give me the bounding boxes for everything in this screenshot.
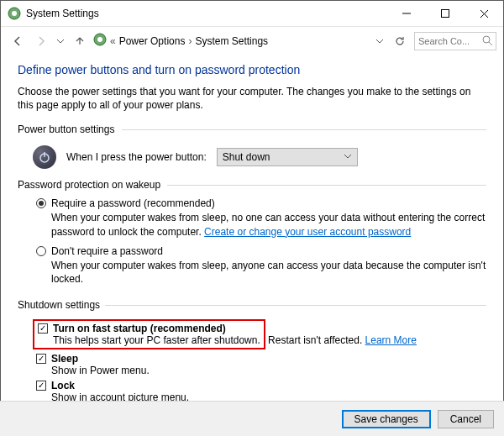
link-change-password[interactable]: Create or change your user account passw… — [204, 226, 411, 238]
check-fast-startup: Turn on fast startup (recommended) This … — [36, 319, 486, 349]
power-button-select[interactable]: Shut down — [217, 148, 358, 166]
breadcrumb[interactable]: « Power Options › System Settings — [93, 33, 369, 49]
titlebar: System Settings — [1, 1, 503, 26]
svg-point-1 — [12, 11, 17, 16]
breadcrumb-power-options[interactable]: Power Options — [119, 35, 186, 47]
power-button-row: When I press the power button: Shut down — [18, 142, 486, 179]
radio-desc-none: When your computer wakes from sleep, any… — [36, 259, 486, 286]
svg-point-8 — [483, 36, 490, 43]
close-button[interactable] — [465, 1, 503, 26]
page-heading: Define power buttons and turn on passwor… — [18, 63, 486, 76]
up-button[interactable] — [70, 31, 90, 51]
section-power-button: Power button settings — [18, 123, 486, 135]
chevron-down-icon — [344, 151, 352, 163]
section-password: Password protection on wakeup — [18, 179, 486, 191]
sleep-desc: Show in Power menu. — [36, 365, 486, 376]
cancel-button[interactable]: Cancel — [438, 410, 494, 428]
refresh-button[interactable] — [391, 32, 409, 50]
radio-desc-require: When your computer wakes from sleep, no … — [36, 211, 486, 238]
breadcrumb-root-icon — [93, 33, 107, 49]
maximize-button[interactable] — [426, 1, 465, 26]
footer: Save changes Cancel — [0, 401, 504, 436]
address-dropdown-button[interactable] — [372, 32, 387, 50]
radio-label-require: Require a password (recommended) — [51, 197, 215, 209]
search-wrap — [414, 32, 496, 50]
shutdown-settings-list: Turn on fast startup (recommended) This … — [18, 318, 486, 403]
fast-startup-desc-after: Restart isn't affected. — [265, 334, 365, 346]
save-button[interactable]: Save changes — [342, 410, 431, 428]
svg-line-9 — [489, 42, 492, 45]
search-icon — [482, 35, 493, 49]
radio-label-none: Don't require a password — [51, 245, 163, 257]
forward-button[interactable] — [31, 31, 51, 51]
radio-input-none[interactable] — [36, 246, 46, 256]
chevron-right-icon: › — [188, 35, 192, 47]
power-icon — [33, 145, 56, 169]
window-title: System Settings — [26, 8, 387, 19]
highlighted-setting: Turn on fast startup (recommended) This … — [33, 319, 265, 349]
check-lock: Lock Show in account picture menu. — [36, 380, 486, 403]
fast-startup-label: Turn on fast startup (recommended) — [53, 323, 226, 334]
recent-button[interactable] — [55, 31, 66, 51]
checkbox-fast-startup[interactable] — [38, 323, 48, 334]
chevron-left-icon: « — [110, 35, 116, 47]
page-intro: Choose the power settings that you want … — [18, 85, 486, 112]
svg-rect-3 — [442, 10, 449, 18]
password-radio-group: Require a password (recommended) When yo… — [18, 197, 486, 299]
section-shutdown: Shutdown settings — [18, 299, 486, 311]
link-learn-more[interactable]: Learn More — [365, 334, 417, 346]
nav-bar: « Power Options › System Settings — [1, 26, 503, 55]
lock-label: Lock — [51, 380, 75, 391]
radio-input-require[interactable] — [36, 198, 46, 208]
svg-point-7 — [97, 37, 102, 42]
power-options-app-icon — [8, 7, 21, 20]
sleep-label: Sleep — [51, 353, 78, 365]
checkbox-sleep[interactable] — [36, 354, 46, 364]
back-button[interactable] — [8, 31, 28, 51]
radio-no-password: Don't require a password When your compu… — [36, 245, 486, 286]
minimize-button[interactable] — [387, 1, 426, 26]
checkbox-lock[interactable] — [36, 381, 46, 391]
window-controls — [387, 1, 503, 26]
power-button-value: Shut down — [223, 151, 270, 163]
check-sleep: Sleep Show in Power menu. — [36, 353, 486, 376]
radio-require-password: Require a password (recommended) When yo… — [36, 197, 486, 238]
fast-startup-desc: This helps start your PC faster after sh… — [38, 334, 260, 346]
breadcrumb-system-settings[interactable]: System Settings — [195, 35, 268, 47]
power-button-label: When I press the power button: — [66, 151, 207, 163]
content: Define power buttons and turn on passwor… — [1, 55, 503, 413]
